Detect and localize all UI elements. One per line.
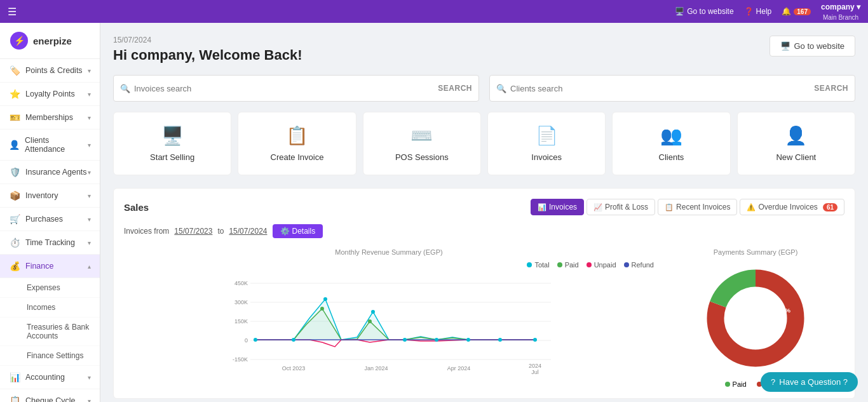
invoices-search-input[interactable] <box>134 84 438 93</box>
topbar-right: 🖥️ Go to website ❓ Help 🔔 167 company ▾ … <box>675 3 860 21</box>
svg-text:150K: 150K <box>234 318 248 325</box>
sub-item-finance-settings[interactable]: Finance Settings <box>0 346 100 366</box>
chevron-icon: ▾ <box>88 91 91 98</box>
finance-icon: 💰 <box>9 261 20 271</box>
new-client-icon: 👤 <box>785 125 807 146</box>
svg-text:19.5%: 19.5% <box>773 307 790 314</box>
tab-invoices[interactable]: 📊 Invoices <box>531 199 584 215</box>
chevron-icon: ▾ <box>88 192 91 199</box>
help-icon: ❓ <box>744 7 754 16</box>
line-chart-area: Monthly Revenue Summary (EGP) Total Paid… <box>124 248 654 388</box>
tab-recent-invoices[interactable]: 📋 Recent Invoices <box>658 199 737 215</box>
sales-tabs: 📊 Invoices 📈 Profit & Loss 📋 Recent Invo… <box>531 199 844 215</box>
goto-website-button[interactable]: 🖥️ Go to website <box>770 36 856 57</box>
details-button[interactable]: ⚙️ Details <box>273 224 323 238</box>
topbar-left: ☰ <box>8 6 17 18</box>
svg-text:Jan 2024: Jan 2024 <box>364 365 388 372</box>
overdue-badge: 61 <box>823 203 837 211</box>
svg-point-20 <box>371 310 375 314</box>
main-content: 15/07/2024 Hi company, Welcome Back! 🖥️ … <box>100 23 868 402</box>
chevron-icon: ▾ <box>88 374 91 381</box>
company-menu[interactable]: company ▾ Main Branch <box>821 3 860 21</box>
chevron-icon: ▾ <box>88 216 91 223</box>
sidebar-item-memberships[interactable]: 🎫 Memberships ▾ <box>0 106 100 130</box>
legend-paid: Paid <box>557 261 579 269</box>
sidebar-item-purchases[interactable]: 🛒 Purchases ▾ <box>0 208 100 231</box>
chevron-icon: ▾ <box>88 142 91 149</box>
sidebar-item-finance[interactable]: 💰 Finance ▴ <box>0 255 100 278</box>
chevron-icon: ▾ <box>88 239 91 246</box>
create-invoice-card[interactable]: 📋 Create Invoice <box>238 112 356 175</box>
svg-text:-150K: -150K <box>233 356 248 363</box>
website-icon: 🖥️ <box>675 7 684 16</box>
help-button[interactable]: ❓ Help <box>744 7 772 16</box>
clients-search-button[interactable]: SEARCH <box>814 84 848 93</box>
goto-website-topbar[interactable]: 🖥️ Go to website <box>675 7 733 16</box>
search-icon-left: 🔍 <box>120 84 130 93</box>
new-client-card[interactable]: 👤 New Client <box>737 112 855 175</box>
invoices-card[interactable]: 📄 Invoices <box>487 112 606 175</box>
date-to[interactable]: 15/07/2024 <box>229 227 267 236</box>
sidebar-item-points-credits[interactable]: 🏷️ Points & Credits ▾ <box>0 59 100 83</box>
pos-sessions-card[interactable]: ⌨️ POS Sessions <box>363 112 481 175</box>
sidebar-item-clients-attendance[interactable]: 👤 Clients Attendance ▾ <box>0 130 100 161</box>
chevron-icon: ▾ <box>88 398 91 403</box>
sub-item-expenses[interactable]: Expenses <box>0 278 100 298</box>
donut-container: 19.5% 80.5% Paid Unpaid <box>667 261 844 388</box>
chevron-icon: ▾ <box>88 169 91 176</box>
clients-search-input[interactable] <box>510 84 814 93</box>
svg-text:2024: 2024 <box>529 363 541 369</box>
profit-loss-tab-icon: 📈 <box>593 203 602 211</box>
notifications-button[interactable]: 🔔 167 <box>782 7 811 16</box>
branch-name: Main Branch <box>823 14 858 21</box>
have-question-button[interactable]: ? Have a Question ? <box>761 372 858 392</box>
points-credits-icon: 🏷️ <box>9 65 20 76</box>
sub-item-incomes[interactable]: Incomes <box>0 298 100 318</box>
sidebar-item-loyalty-points[interactable]: ⭐ Loyalty Points ▾ <box>0 83 100 106</box>
sidebar-item-cheque-cycle[interactable]: 📋 Cheque Cycle ▾ <box>0 389 100 402</box>
start-selling-icon: 🖥️ <box>161 125 184 146</box>
tab-profit-loss[interactable]: 📈 Profit & Loss <box>587 199 655 215</box>
svg-text:300K: 300K <box>234 299 248 305</box>
sub-item-treasuries[interactable]: Treasuries & Bank Accounts <box>0 318 100 346</box>
svg-point-25 <box>533 338 537 342</box>
cheque-cycle-icon: 📋 <box>9 396 20 402</box>
sidebar-item-insurance-agents[interactable]: 🛡️ Insurance Agents ▾ <box>0 161 100 184</box>
clients-icon: 👥 <box>660 125 682 146</box>
topbar: ☰ 🖥️ Go to website ❓ Help 🔔 167 company … <box>0 0 868 23</box>
sidebar-item-inventory[interactable]: 📦 Inventory ▾ <box>0 184 100 208</box>
legend-dot-paid <box>557 262 562 267</box>
search-icon-right: 🔍 <box>496 84 506 93</box>
donut-chart-title: Payments Summary (EGP) <box>667 248 844 256</box>
logo-text: enerpize <box>33 36 72 46</box>
svg-point-27 <box>368 319 372 323</box>
overdue-tab-icon: ⚠️ <box>747 203 756 211</box>
search-row: 🔍 SEARCH 🔍 SEARCH <box>113 75 855 102</box>
date-from[interactable]: 15/07/2023 <box>174 227 212 236</box>
line-chart-title: Monthly Revenue Summary (EGP) <box>124 248 654 256</box>
notifications-badge: 167 <box>794 8 811 15</box>
welcome-heading: Hi company, Welcome Back! <box>113 47 302 64</box>
insurance-agents-icon: 🛡️ <box>9 167 20 177</box>
sales-title: Sales <box>124 202 149 213</box>
svg-text:0: 0 <box>245 337 248 344</box>
svg-point-24 <box>498 338 502 342</box>
menu-toggle-icon[interactable]: ☰ <box>8 6 17 18</box>
website-btn-icon: 🖥️ <box>780 41 790 51</box>
svg-point-26 <box>320 307 324 311</box>
sidebar-item-time-tracking[interactable]: ⏱️ Time Tracking ▾ <box>0 231 100 255</box>
legend-total: Total <box>527 261 549 269</box>
invoices-search-button[interactable]: SEARCH <box>438 84 472 93</box>
tab-overdue-invoices[interactable]: ⚠️ Overdue Invoices 61 <box>740 199 844 215</box>
svg-point-18 <box>292 338 295 342</box>
start-selling-card[interactable]: 🖥️ Start Selling <box>113 112 231 175</box>
clients-card[interactable]: 👥 Clients <box>612 112 730 175</box>
create-invoice-icon: 📋 <box>286 125 308 146</box>
sidebar-item-accounting[interactable]: 📊 Accounting ▾ <box>0 366 100 389</box>
svg-text:Jul: Jul <box>531 369 539 375</box>
pos-sessions-icon: ⌨️ <box>410 125 433 146</box>
svg-point-23 <box>466 338 470 342</box>
svg-text:80.5%: 80.5% <box>738 330 756 337</box>
purchases-icon: 🛒 <box>9 214 20 224</box>
charts-row: Monthly Revenue Summary (EGP) Total Paid… <box>124 248 844 388</box>
